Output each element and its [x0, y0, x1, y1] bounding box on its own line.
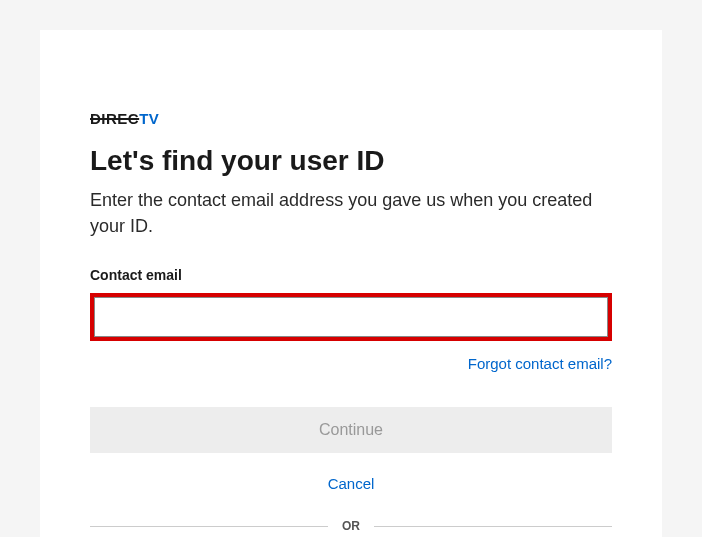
forgot-contact-email-link[interactable]: Forgot contact email? — [468, 355, 612, 372]
or-divider: OR — [90, 519, 612, 533]
email-label: Contact email — [90, 267, 612, 283]
cancel-link[interactable]: Cancel — [328, 475, 375, 492]
email-input[interactable] — [94, 297, 608, 337]
continue-button[interactable]: Continue — [90, 407, 612, 453]
divider-line-right — [374, 526, 612, 527]
page-subtitle: Enter the contact email address you gave… — [90, 187, 612, 239]
auth-card: DIRECTV Let's find your user ID Enter th… — [40, 30, 662, 537]
divider-line-left — [90, 526, 328, 527]
cancel-row: Cancel — [90, 475, 612, 493]
directv-logo: DIRECTV — [90, 110, 159, 127]
email-input-highlight — [90, 293, 612, 341]
page-title: Let's find your user ID — [90, 145, 612, 177]
logo-part-direc: DIREC — [90, 110, 139, 127]
logo-part-tv: TV — [139, 110, 159, 127]
forgot-row: Forgot contact email? — [90, 355, 612, 373]
divider-text: OR — [342, 519, 360, 533]
